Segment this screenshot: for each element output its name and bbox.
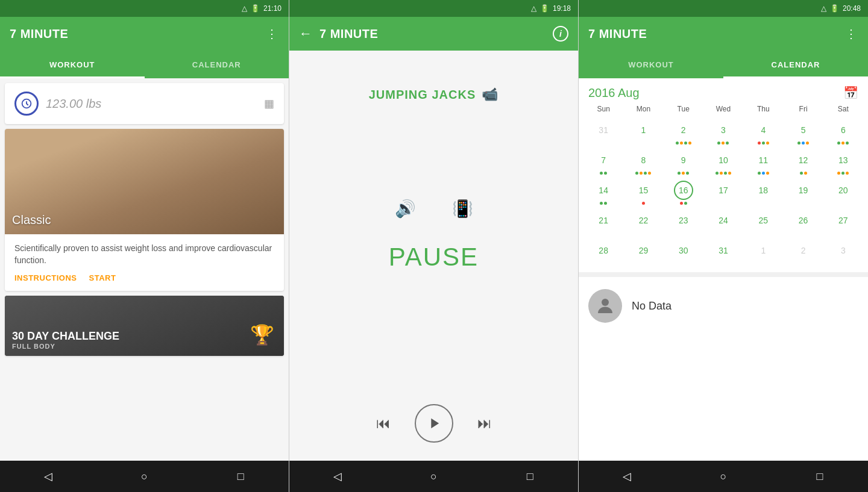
cal-day-1-2[interactable]: 9 xyxy=(664,148,703,177)
app-title-2: 7 MINUTE xyxy=(319,27,553,41)
skip-prev-button[interactable]: ⏮ xyxy=(376,415,391,432)
back-nav-1[interactable]: ◁ xyxy=(37,466,59,487)
home-nav-1[interactable]: ○ xyxy=(133,466,155,487)
vibrate-icon[interactable]: 📳 xyxy=(452,199,473,219)
cal-day-4-5[interactable]: 2 xyxy=(783,238,823,267)
cal-day-3-6[interactable]: 27 xyxy=(823,208,863,237)
cal-day-4-6[interactable]: 3 xyxy=(823,238,863,267)
signal-icon-3: △ xyxy=(821,4,826,13)
menu-icon-3[interactable]: ⋮ xyxy=(845,26,858,41)
pause-label[interactable]: PAUSE xyxy=(389,243,479,272)
player-bottom-controls: ⏮ ⏭ xyxy=(376,404,492,443)
app-bar-2: ← 7 MINUTE i xyxy=(289,17,578,51)
cal-day-0-2[interactable]: 2 xyxy=(664,118,703,147)
battery-icon-2: 🔋 xyxy=(540,4,549,13)
instructions-button[interactable]: INSTRUCTIONS xyxy=(14,273,77,282)
weight-icon xyxy=(14,92,39,116)
no-data-label: No Data xyxy=(632,300,671,313)
player-mid-controls: 🔊 📳 xyxy=(395,199,473,219)
cal-day-3-3[interactable]: 24 xyxy=(703,208,743,237)
cal-day-4-2[interactable]: 30 xyxy=(664,238,703,267)
skip-next-button[interactable]: ⏭ xyxy=(477,415,492,432)
cal-day-0-4[interactable]: 4 xyxy=(743,118,783,147)
workout-classic-card: Classic Scientifically proven to assist … xyxy=(5,129,284,291)
cal-day-3-1[interactable]: 22 xyxy=(623,208,663,237)
weight-card[interactable]: 123.00 lbs ▦ xyxy=(5,83,284,124)
sound-icon[interactable]: 🔊 xyxy=(395,199,416,219)
signal-icon-2: △ xyxy=(531,4,536,13)
weekday-tue: Tue xyxy=(664,102,703,116)
cal-day-0-1[interactable]: 1 xyxy=(623,118,663,147)
cal-day-0-5[interactable]: 5 xyxy=(783,118,823,147)
calendar-header: 2016 Aug 📅 xyxy=(579,78,868,102)
play-button[interactable] xyxy=(415,404,453,443)
weekday-mon: Mon xyxy=(623,102,663,116)
back-button-2[interactable]: ← xyxy=(299,26,312,42)
cal-day-3-0[interactable]: 21 xyxy=(583,208,623,237)
home-nav-3[interactable]: ○ xyxy=(712,466,734,487)
video-camera-icon[interactable]: 📹 xyxy=(482,87,498,102)
recent-nav-2[interactable]: □ xyxy=(519,466,541,487)
svg-marker-1 xyxy=(431,419,439,428)
status-bar-3: △ 🔋 20:48 xyxy=(579,0,868,17)
tab-workout-3[interactable]: WORKOUT xyxy=(579,51,723,78)
cal-day-1-6[interactable]: 13 xyxy=(823,148,863,177)
status-bar-1: △ 🔋 21:10 xyxy=(0,0,289,17)
challenge-card[interactable]: 30 DAY CHALLENGE FULL BODY 🏆 xyxy=(5,296,284,356)
cal-day-2-6[interactable]: 20 xyxy=(823,178,863,207)
cal-day-2-0[interactable]: 14 xyxy=(583,178,623,207)
weekday-fri: Fri xyxy=(783,102,823,116)
cal-day-2-2[interactable]: 16 xyxy=(664,178,703,207)
recent-nav-3[interactable]: □ xyxy=(809,466,831,487)
battery-icon: 🔋 xyxy=(251,4,260,13)
cal-day-3-4[interactable]: 25 xyxy=(743,208,783,237)
challenge-label: 30 DAY CHALLENGE FULL BODY xyxy=(5,324,127,356)
screen-player: △ 🔋 19:18 ← 7 MINUTE i JUMPING JACKS 📹 🔊… xyxy=(289,0,579,492)
menu-icon-1[interactable]: ⋮ xyxy=(266,26,279,41)
start-button[interactable]: START xyxy=(89,273,116,282)
cal-day-1-0[interactable]: 7 xyxy=(583,148,623,177)
cal-day-4-1[interactable]: 29 xyxy=(623,238,663,267)
app-bar-1: 7 MINUTE ⋮ xyxy=(0,17,289,51)
no-data-section: No Data xyxy=(579,277,868,335)
info-icon-2[interactable]: i xyxy=(553,26,568,42)
time-2: 19:18 xyxy=(553,4,571,13)
cal-day-0-6[interactable]: 6 xyxy=(823,118,863,147)
nav-bar-1: ◁ ○ □ xyxy=(0,461,289,492)
calendar-screen: 2016 Aug 📅 Sun Mon Tue Wed Thu Fri Sat 3… xyxy=(579,78,868,461)
status-bar-2: △ 🔋 19:18 xyxy=(289,0,578,17)
cal-day-4-4[interactable]: 1 xyxy=(743,238,783,267)
recent-nav-1[interactable]: □ xyxy=(230,466,251,487)
cal-day-1-3[interactable]: 10 xyxy=(703,148,743,177)
calendar-nav-icon[interactable]: 📅 xyxy=(843,86,858,100)
tab-calendar-3[interactable]: CALENDAR xyxy=(723,51,868,78)
back-nav-3[interactable]: ◁ xyxy=(616,466,638,487)
cal-day-4-0[interactable]: 28 xyxy=(583,238,623,267)
battery-icon-3: 🔋 xyxy=(830,4,839,13)
weekday-sun: Sun xyxy=(583,102,623,116)
cal-day-0-3[interactable]: 3 xyxy=(703,118,743,147)
cal-day-3-5[interactable]: 26 xyxy=(783,208,823,237)
cal-day-0-0[interactable]: 31 xyxy=(583,118,623,147)
home-nav-2[interactable]: ○ xyxy=(423,466,444,487)
cal-day-2-1[interactable]: 15 xyxy=(623,178,663,207)
chart-icon[interactable]: ▦ xyxy=(264,97,274,110)
weekday-wed: Wed xyxy=(703,102,743,116)
cal-day-1-5[interactable]: 12 xyxy=(783,148,823,177)
cal-day-2-3[interactable]: 17 xyxy=(703,178,743,207)
cal-day-4-3[interactable]: 31 xyxy=(703,238,743,267)
tab-calendar-1[interactable]: CALENDAR xyxy=(145,51,289,78)
workout-desc-text: Scientifically proven to assist weight l… xyxy=(14,243,274,266)
cal-day-2-4[interactable]: 18 xyxy=(743,178,783,207)
cal-day-2-5[interactable]: 19 xyxy=(783,178,823,207)
calendar-grid: Sun Mon Tue Wed Thu Fri Sat 311234567891… xyxy=(579,102,868,267)
screen-workout: △ 🔋 21:10 7 MINUTE ⋮ WORKOUT CALENDAR 12… xyxy=(0,0,289,492)
cal-day-1-4[interactable]: 11 xyxy=(743,148,783,177)
cal-day-3-2[interactable]: 23 xyxy=(664,208,703,237)
tab-workout-1[interactable]: WORKOUT xyxy=(0,51,145,78)
cal-day-1-1[interactable]: 8 xyxy=(623,148,663,177)
workout-description: Scientifically proven to assist weight l… xyxy=(5,234,284,291)
workout-image: Classic xyxy=(5,129,284,234)
calendar-divider xyxy=(579,272,868,277)
back-nav-2[interactable]: ◁ xyxy=(327,466,348,487)
